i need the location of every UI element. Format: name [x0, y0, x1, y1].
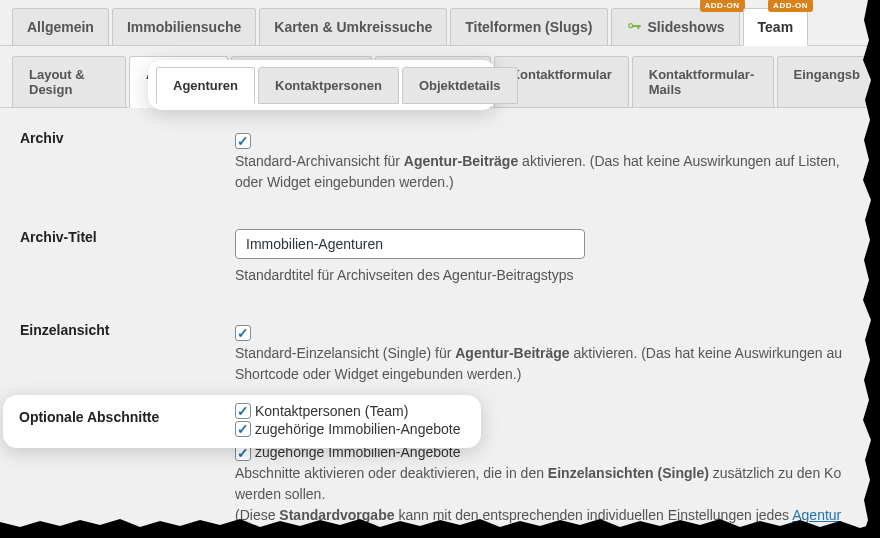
desc-archiv: Standard-Archivansicht für Agentur-Beitr…	[235, 153, 840, 190]
tab-titelformen[interactable]: Titelformen (Slugs)	[450, 8, 607, 45]
body-archiv-titel: Standardtitel für Archivseiten des Agent…	[235, 229, 860, 286]
highlight-subtab-objektdetails[interactable]: Objektdetails	[402, 67, 518, 104]
key-icon	[626, 19, 642, 35]
subtab-eingangsb[interactable]: Eingangsb	[777, 56, 877, 107]
highlight-opt-kontaktpersonen: Kontaktpersonen (Team)	[235, 403, 460, 419]
addon-badge: ADD-ON	[768, 0, 813, 12]
label-archiv: Archiv	[20, 130, 235, 146]
body-einzelansicht: Standard-Einzelansicht (Single) für Agen…	[235, 322, 860, 385]
body-archiv: Standard-Archivansicht für Agentur-Beitr…	[235, 130, 860, 193]
highlight-subtab-kontaktpersonen[interactable]: Kontaktpersonen	[258, 67, 399, 104]
row-archiv: Archiv Standard-Archivansicht für Agentu…	[20, 130, 860, 193]
tab-slideshows[interactable]: Slideshows ADD-ON	[611, 8, 740, 45]
tab-karten-umkreissuche[interactable]: Karten & Umkreissuche	[259, 8, 447, 45]
desc-optional: Abschnitte aktivieren oder deaktivieren,…	[235, 465, 841, 538]
tab-label: Team	[758, 19, 794, 35]
settings-content: Archiv Standard-Archivansicht für Agentu…	[0, 108, 880, 538]
highlight-subtabs: Agenturen Kontaktpersonen Objektdetails	[148, 60, 496, 110]
label-einzelansicht: Einzelansicht	[20, 322, 235, 338]
desc-archiv-titel: Standardtitel für Archivseiten des Agent…	[235, 267, 574, 283]
tab-allgemein[interactable]: Allgemein	[12, 8, 109, 45]
addon-badge: ADD-ON	[700, 0, 745, 12]
tab-team[interactable]: Team ADD-ON	[743, 8, 809, 46]
highlight-opt-immobilien: zugehörige Immobilien-Angebote	[235, 421, 460, 437]
highlight-checkbox-immobilien[interactable]	[235, 421, 251, 437]
row-archiv-titel: Archiv-Titel Standardtitel für Archivsei…	[20, 229, 860, 286]
checkbox-archiv[interactable]	[235, 133, 251, 149]
row-einzelansicht: Einzelansicht Standard-Einzelansicht (Si…	[20, 322, 860, 385]
highlight-checkbox-kontaktpersonen[interactable]	[235, 403, 251, 419]
label-archiv-titel: Archiv-Titel	[20, 229, 235, 245]
subtab-layout-design[interactable]: Layout & Design	[12, 56, 126, 107]
highlight-opt-list: Kontaktpersonen (Team) zugehörige Immobi…	[235, 403, 460, 440]
highlight-optional: Optionale Abschnitte Kontaktpersonen (Te…	[3, 395, 481, 448]
input-archiv-titel[interactable]	[235, 229, 585, 259]
checkbox-einzelansicht[interactable]	[235, 325, 251, 341]
highlight-subtab-agenturen[interactable]: Agenturen	[156, 67, 255, 104]
top-tabs: Allgemein Immobiliensuche Karten & Umkre…	[0, 0, 880, 46]
highlight-label-optional: Optionale Abschnitte	[19, 403, 235, 440]
subtab-kontaktformular-mails[interactable]: Kontaktformular-Mails	[632, 56, 774, 107]
link-agentur[interactable]: Agentur	[792, 507, 841, 523]
desc-einzelansicht: Standard-Einzelansicht (Single) für Agen…	[235, 345, 842, 382]
tab-label: Slideshows	[648, 19, 725, 35]
tab-immobiliensuche[interactable]: Immobiliensuche	[112, 8, 256, 45]
